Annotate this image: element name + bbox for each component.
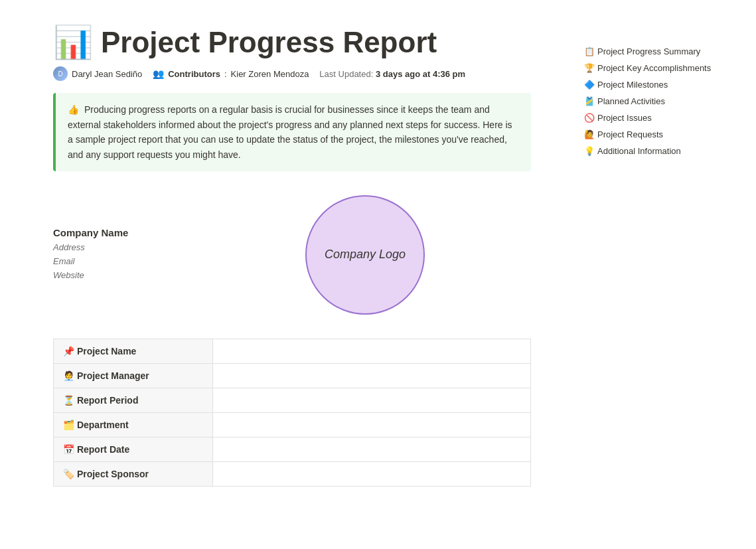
company-section: Company Name Address Email Website Compa… bbox=[53, 195, 531, 315]
row-icon: 🧑‍💼 bbox=[63, 370, 74, 381]
company-website: Website bbox=[53, 269, 173, 283]
contributors-block: 👥 Contributors : Kier Zoren Mendoza bbox=[153, 68, 309, 79]
row-label: 📌 Project Name bbox=[54, 339, 213, 363]
sidebar-item[interactable]: 🔷Project Milestones bbox=[584, 80, 717, 90]
author-name: Daryl Jean Sediño bbox=[72, 69, 142, 79]
sidebar-nav: 📋Project Progress Summary🏆Project Key Ac… bbox=[584, 46, 717, 156]
contributors-label: Contributors bbox=[168, 69, 220, 79]
row-value bbox=[213, 363, 531, 388]
page-title: Project Progress Report bbox=[101, 27, 437, 58]
sidebar-item[interactable]: 📋Project Progress Summary bbox=[584, 46, 717, 56]
contributors-value: Kier Zoren Mendoza bbox=[231, 69, 309, 79]
sidebar-item-label: Planned Activities bbox=[597, 96, 665, 106]
sidebar-item[interactable]: 🙋Project Requests bbox=[584, 129, 717, 139]
sidebar-item-label: Project Key Accomplishments bbox=[597, 63, 711, 73]
company-logo: Company Logo bbox=[305, 195, 425, 315]
page-icon: 📊 bbox=[53, 27, 93, 58]
info-box-text: Producing progress reports on a regular … bbox=[68, 104, 512, 159]
row-value bbox=[213, 437, 531, 461]
sidebar-icon: 💡 bbox=[584, 146, 595, 156]
sidebar-item-label: Project Issues bbox=[597, 113, 652, 123]
logo-container: Company Logo bbox=[199, 195, 531, 315]
row-value bbox=[213, 461, 531, 486]
last-updated: Last Updated: 3 days ago at 4:36 pm bbox=[319, 69, 465, 79]
sidebar-icon: 🎽 bbox=[584, 96, 595, 106]
sidebar-item-label: Additional Information bbox=[597, 146, 681, 156]
sidebar-icon: 📋 bbox=[584, 46, 595, 56]
table-row: 🧑‍💼 Project Manager bbox=[54, 363, 531, 388]
author-block: D Daryl Jean Sediño bbox=[53, 66, 142, 81]
table-row: 📌 Project Name bbox=[54, 339, 531, 363]
row-icon: 📌 bbox=[63, 346, 74, 356]
row-icon: 🏷️ bbox=[63, 469, 74, 479]
sidebar-icon: 🔷 bbox=[584, 80, 595, 90]
company-name: Company Name bbox=[53, 227, 173, 238]
row-label: 🏷️ Project Sponsor bbox=[54, 461, 213, 486]
sidebar-icon: 🙋 bbox=[584, 129, 595, 139]
row-icon: 🗂️ bbox=[63, 420, 74, 430]
avatar: D bbox=[53, 66, 68, 81]
page-header: 📊 Project Progress Report bbox=[53, 27, 531, 58]
row-value bbox=[213, 339, 531, 363]
table-row: 🗂️ Department bbox=[54, 412, 531, 437]
sidebar-icon: 🚫 bbox=[584, 113, 595, 123]
info-box: 👍 Producing progress reports on a regula… bbox=[53, 93, 531, 171]
sidebar-item-label: Project Milestones bbox=[597, 80, 668, 90]
meta-row: D Daryl Jean Sediño 👥 Contributors : Kie… bbox=[53, 66, 531, 81]
row-label: 🧑‍💼 Project Manager bbox=[54, 363, 213, 388]
sidebar-icon: 🏆 bbox=[584, 63, 595, 73]
sidebar-item-label: Project Requests bbox=[597, 129, 663, 139]
sidebar-item[interactable]: 🚫Project Issues bbox=[584, 113, 717, 123]
row-label: 🗂️ Department bbox=[54, 412, 213, 437]
row-icon: 📅 bbox=[63, 444, 74, 455]
table-row: ⏳ Report Period bbox=[54, 388, 531, 412]
row-icon: ⏳ bbox=[63, 395, 74, 406]
row-value bbox=[213, 388, 531, 412]
sidebar-item[interactable]: 🎽Planned Activities bbox=[584, 96, 717, 106]
info-table: 📌 Project Name 🧑‍💼 Project Manager ⏳ Rep… bbox=[53, 339, 531, 487]
sidebar: 📋Project Progress Summary🏆Project Key Ac… bbox=[571, 0, 730, 549]
row-value bbox=[213, 412, 531, 437]
contributors-names: : bbox=[224, 69, 227, 79]
row-label: 📅 Report Date bbox=[54, 437, 213, 461]
row-label: ⏳ Report Period bbox=[54, 388, 213, 412]
company-address: Address bbox=[53, 241, 173, 255]
thumbs-up-icon: 👍 bbox=[68, 104, 79, 115]
table-row: 📅 Report Date bbox=[54, 437, 531, 461]
table-row: 🏷️ Project Sponsor bbox=[54, 461, 531, 486]
sidebar-item[interactable]: 🏆Project Key Accomplishments bbox=[584, 63, 717, 73]
sidebar-item-label: Project Progress Summary bbox=[597, 46, 700, 56]
company-info: Company Name Address Email Website bbox=[53, 227, 173, 282]
contributors-icon: 👥 bbox=[153, 68, 164, 79]
company-email: Email bbox=[53, 255, 173, 269]
sidebar-item[interactable]: 💡Additional Information bbox=[584, 146, 717, 156]
